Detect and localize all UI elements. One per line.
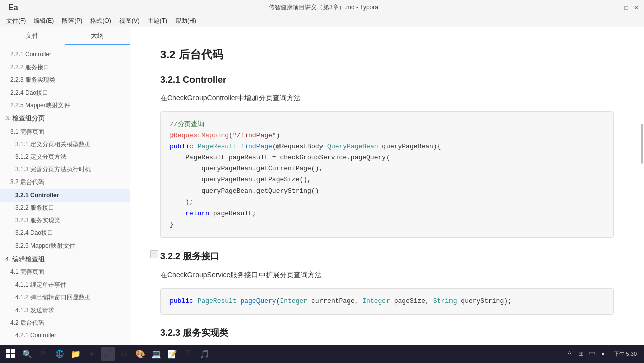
sidebar-item-18[interactable]: 4.1.1 绑定单击事件 [0,279,130,291]
minimize-button[interactable]: ─ [613,4,620,11]
section-marker-3-2-2: ≡ [150,250,158,258]
window-title: 传智健康项目讲义（第3章）.md - Typora [34,3,613,12]
taskbar-time[interactable]: 下午 5:30 [610,350,641,358]
heading-h3-3-2-2: 3.2.2 服务接口 [160,250,614,262]
sidebar-item-10[interactable]: 3.2 后台代码 [0,176,130,189]
sidebar-item-9[interactable]: 3.1.3 完善分页方法执行时机 [0,163,130,176]
taskbar-app6-icon[interactable]: T [181,347,196,361]
sidebar: 文件 大纲 2.2.1 Controller 2.2.2 服务接口 2.2.3 … [0,27,130,349]
desc-3-2-1: 在CheckGroupController中增加分页查询方法 [160,92,614,104]
menu-view[interactable]: 视图(V) [115,16,144,26]
sidebar-item-6[interactable]: 3.1 完善页面 [0,126,130,138]
menu-bar: 文件(F) 编辑(E) 段落(P) 格式(O) 视图(V) 主题(T) 帮助(H… [0,15,644,27]
app-body: 文件 大纲 2.2.1 Controller 2.2.2 服务接口 2.2.3 … [0,27,644,349]
tray-security[interactable]: ♦ [599,349,608,358]
start-button[interactable] [3,347,18,361]
taskbar-edge-icon[interactable]: 🌐 [52,347,67,361]
sidebar-item-12[interactable]: 3.2.2 服务接口 [0,202,130,214]
heading-h3-3-2-3: 3.2.3 服务实现类 [160,327,614,339]
tray-network[interactable]: ⊞ [576,349,586,358]
taskbar-taskview-icon[interactable]: ⧉ [36,347,50,361]
sidebar-item-8[interactable]: 3.1.2 定义分页方法 [0,151,130,163]
taskbar-chrome-icon[interactable]: ● [85,347,99,361]
menu-paragraph[interactable]: 段落(P) [58,16,86,26]
sidebar-tabs: 文件 大纲 [0,27,130,45]
sidebar-item-7[interactable]: 3.1.1 定义分页相关模型数据 [0,138,130,151]
content-area[interactable]: 3.2 后台代码 3.2.1 Controller 在CheckGroupCon… [130,27,644,349]
sidebar-tab-file[interactable]: 文件 [0,27,65,45]
svg-rect-2 [6,354,10,358]
taskbar-app5-icon[interactable]: 📝 [165,347,179,361]
svg-rect-0 [6,349,10,353]
taskbar-search-icon[interactable]: 🔍 [20,347,34,361]
sidebar-item-5[interactable]: 3. 检查组分页 [0,112,130,126]
section-3-2-2: ≡ 3.2.2 服务接口 [160,250,614,262]
sidebar-item-16[interactable]: 4. 编辑检查组 [0,253,130,266]
sidebar-item-4[interactable]: 2.2.5 Mapper映射文件 [0,99,130,112]
window-controls: ─ □ ✕ [613,4,640,11]
sidebar-content: 2.2.1 Controller 2.2.2 服务接口 2.2.3 服务实现类 … [0,45,130,349]
menu-file[interactable]: 文件(F) [2,16,30,26]
sidebar-item-1[interactable]: 2.2.2 服务接口 [0,61,130,74]
taskbar-app2-icon[interactable]: ⚙ [117,347,131,361]
tray-ime[interactable]: 中 [588,349,597,358]
taskbar-app1-icon[interactable]: 🖊 [101,347,115,361]
desc-3-2-2: 在CheckGroupService服务接口中扩展分页查询方法 [160,269,614,281]
sidebar-item-3[interactable]: 2.2.4 Dao接口 [0,87,130,99]
taskbar-app4-icon[interactable]: 💻 [149,347,163,361]
svg-rect-3 [11,354,15,358]
taskbar-app7-icon[interactable]: 🎵 [198,347,212,361]
app-logo: Ea [4,3,34,12]
close-button[interactable]: ✕ [633,4,640,11]
sidebar-item-2[interactable]: 2.2.3 服务实现类 [0,74,130,86]
code-block-3-2-2: public PageResult pageQuery(Integer curr… [160,288,614,315]
heading-h3-3-2-1: 3.2.1 Controller [160,75,614,85]
taskbar-app3-icon[interactable]: 🎨 [133,347,147,361]
sidebar-item-0[interactable]: 2.2.1 Controller [0,48,130,61]
sidebar-item-11[interactable]: 3.2.1 Controller [0,189,130,202]
svg-rect-1 [11,349,15,353]
scrollbar-thumb[interactable] [641,124,643,164]
taskbar-folder-icon[interactable]: 📁 [69,347,83,361]
menu-help[interactable]: 帮助(H) [171,16,200,26]
menu-theme[interactable]: 主题(T) [144,16,171,26]
tray-chevron[interactable]: ^ [565,349,574,358]
sidebar-item-22[interactable]: 4.2.1 Controller [0,329,130,342]
sidebar-item-13[interactable]: 3.2.3 服务实现类 [0,214,130,227]
sidebar-item-21[interactable]: 4.2 后台代码 [0,317,130,329]
sidebar-item-15[interactable]: 3.2.5 Mapper映射文件 [0,239,130,252]
sidebar-tab-outline[interactable]: 大纲 [65,27,130,45]
code-block-3-2-1: //分页查询 @RequestMapping("/findPage") publ… [160,111,614,238]
taskbar-tray: ^ ⊞ 中 ♦ 下午 5:30 [565,349,641,358]
heading-h2-3-2: 3.2 后台代码 [160,47,614,63]
menu-format[interactable]: 格式(O) [86,16,115,26]
title-bar: Ea 传智健康项目讲义（第3章）.md - Typora ─ □ ✕ [0,0,644,15]
menu-edit[interactable]: 编辑(E) [30,16,58,26]
taskbar: 🔍 ⧉ 🌐 📁 ● 🖊 ⚙ 🎨 💻 📝 T 🎵 ^ ⊞ 中 ♦ 下午 5:30 [0,345,644,363]
sidebar-item-20[interactable]: 4.1.3 发送请求 [0,304,130,317]
maximize-button[interactable]: □ [623,4,630,11]
sidebar-item-14[interactable]: 3.2.4 Dao接口 [0,227,130,239]
sidebar-item-17[interactable]: 4.1 完善页面 [0,266,130,278]
sidebar-item-19[interactable]: 4.1.2 弹出编辑窗口回显数据 [0,291,130,304]
